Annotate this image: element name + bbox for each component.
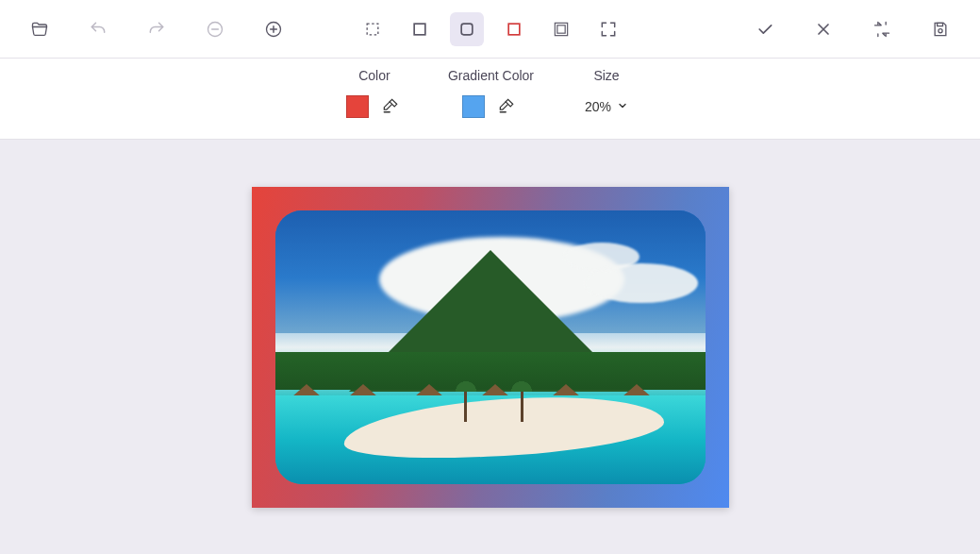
- minus-circle-icon: [206, 20, 224, 39]
- add-button[interactable]: [257, 12, 291, 46]
- compare-icon: [872, 20, 891, 39]
- redo-icon: [147, 20, 166, 39]
- square-icon: [410, 20, 429, 39]
- option-color: Color: [346, 68, 403, 139]
- check-icon: [756, 20, 774, 39]
- eyedropper-icon: [381, 96, 400, 118]
- frame-rounded-button[interactable]: [450, 12, 484, 46]
- option-size-controls: 20%: [579, 92, 634, 121]
- folder-open-icon: [30, 20, 49, 39]
- option-gradient-controls: [462, 92, 519, 121]
- close-icon: [814, 20, 833, 39]
- caret-down-icon: [617, 99, 628, 114]
- rounded-square-icon: [457, 20, 476, 39]
- option-color-controls: [346, 92, 403, 121]
- option-gradient-color: Gradient Color: [448, 68, 534, 139]
- plus-circle-icon: [264, 20, 283, 39]
- toolbar-frame-style-group: [356, 12, 625, 46]
- frame-square-button[interactable]: [403, 12, 437, 46]
- color-picker-button[interactable]: [378, 94, 403, 119]
- frame-options-panel: Color Gradient Color Size 20%: [0, 59, 980, 140]
- canvas-area: [0, 140, 980, 554]
- compare-button[interactable]: [865, 12, 899, 46]
- image-preview: [275, 210, 706, 484]
- toolbar-left-group: [23, 12, 291, 46]
- frame-double-button[interactable]: [544, 12, 578, 46]
- outline-square-icon: [505, 20, 523, 39]
- frame-outline-button[interactable]: [497, 12, 531, 46]
- gradient-color-picker-button[interactable]: [494, 94, 519, 119]
- open-button[interactable]: [23, 12, 57, 46]
- main-toolbar: [0, 0, 980, 59]
- eyedropper-icon: [497, 96, 516, 118]
- double-square-icon: [552, 20, 571, 39]
- save-icon: [931, 20, 950, 39]
- apply-button[interactable]: [748, 12, 782, 46]
- fit-screen-button[interactable]: [591, 12, 625, 46]
- size-dropdown[interactable]: 20%: [579, 95, 634, 118]
- save-button[interactable]: [923, 12, 957, 46]
- frame-none-button[interactable]: [356, 12, 390, 46]
- option-color-label: Color: [358, 68, 390, 83]
- option-size: Size 20%: [579, 68, 634, 139]
- size-value: 20%: [585, 99, 611, 114]
- undo-button[interactable]: [81, 12, 115, 46]
- redo-button[interactable]: [140, 12, 174, 46]
- fit-screen-icon: [599, 20, 618, 39]
- cancel-button[interactable]: [806, 12, 840, 46]
- option-gradient-label: Gradient Color: [448, 68, 534, 83]
- image-frame[interactable]: [252, 187, 729, 508]
- dashed-square-icon: [363, 20, 382, 39]
- undo-icon: [89, 20, 108, 39]
- toolbar-right-group: [748, 12, 957, 46]
- color-swatch[interactable]: [346, 95, 369, 118]
- gradient-color-swatch[interactable]: [462, 95, 485, 118]
- remove-button[interactable]: [198, 12, 232, 46]
- option-size-label: Size: [593, 68, 619, 83]
